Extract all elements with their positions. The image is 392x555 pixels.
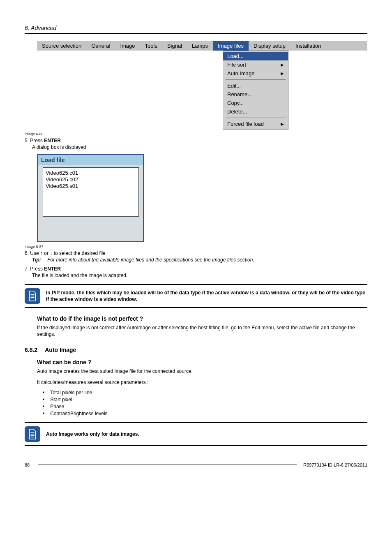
enter-key: ENTER [44, 138, 61, 143]
menu-item[interactable]: General [86, 41, 115, 51]
dropdown-item-label: Auto Image [227, 70, 255, 76]
canbe-p1: Auto Image creates the best suited image… [37, 368, 367, 375]
note-auto-image: Auto Image works only for data images. [25, 422, 367, 446]
chapter-heading: 6. Advanced [25, 25, 367, 34]
dropdown-item-label: Delete... [227, 109, 247, 115]
file-item[interactable]: Video625.c01 [46, 170, 136, 176]
footer-rule [38, 465, 297, 465]
step-5-text: 5. Press [25, 138, 44, 143]
page-footer: 88 R59770134 ID LR-6 27/05/2011 [25, 462, 367, 467]
dialog-list: Video625.c01Video625.c02Video625.s01 [43, 167, 139, 217]
dropdown-item[interactable]: Forced file load▶ [223, 120, 288, 128]
section-number: 6.8.2 [25, 347, 37, 353]
load-file-dialog: Load file Video625.c01Video625.c02Video6… [37, 154, 144, 242]
dropdown-item-label: Rename... [227, 91, 252, 97]
step-6: 6. Use ↑ or ↓ to select the desired file [25, 250, 367, 256]
dropdown-item[interactable]: Auto Image▶ [223, 69, 288, 78]
dropdown-item-label: Copy... [227, 100, 244, 106]
menu-item[interactable]: Signal [162, 41, 187, 51]
enter-key: ENTER [44, 266, 61, 272]
file-item[interactable]: Video625.s01 [46, 183, 136, 189]
menu-separator [226, 79, 286, 80]
note-icon [25, 288, 40, 304]
dropdown-item[interactable]: Rename... [223, 90, 288, 99]
note-pip: In PiP mode, the files which may be load… [25, 284, 367, 308]
menu-item[interactable]: Image files [213, 41, 249, 51]
dropdown-item-label: Edit... [227, 83, 241, 89]
dropdown-item-label: File sort [227, 62, 246, 68]
note-text: Auto Image works only for data images. [46, 431, 139, 437]
menu-item[interactable]: Installation [291, 41, 326, 51]
step-7-after: The file is loaded and the image is adap… [32, 273, 367, 278]
heading-what-can-be-done: What can be done ? [37, 359, 367, 365]
step-5: 5. Press ENTER [25, 138, 367, 143]
dropdown-item-label: Forced file load [227, 121, 264, 127]
figure-caption-dialog: Image 6-87 [25, 245, 367, 249]
menu-separator [226, 118, 286, 118]
menu-item[interactable]: Source selection [37, 41, 86, 51]
bullet-item: Start pixel [43, 397, 367, 402]
bullet-item: Contrast/Brightness levels [43, 411, 367, 416]
tip-label: Tip: [32, 257, 41, 263]
tip-text: For more info about the available image … [47, 257, 254, 263]
figure-caption-menu: Image 6-86 [25, 132, 367, 136]
menu-item[interactable]: Lamps [187, 41, 213, 51]
what-to-do-text: If the displayed image is not correct af… [37, 324, 367, 338]
section-heading: 6.8.2 Auto Image [25, 347, 367, 353]
heading-what-to-do: What to do if the image is not perfect ? [37, 315, 367, 322]
submenu-arrow-icon: ▶ [281, 71, 284, 76]
step-6-tip: Tip: For more info about the available i… [32, 257, 367, 263]
file-item[interactable]: Video625.c02 [46, 176, 136, 183]
step-5-sub: A dialog box is displayed [32, 144, 367, 150]
bullet-item: Phase [43, 404, 367, 409]
note-text: In PiP mode, the files which may be load… [46, 289, 367, 303]
dropdown-item-label: Load... [227, 53, 244, 59]
dialog-title: Load file [38, 155, 143, 165]
dropdown-item[interactable]: Load... [223, 52, 288, 60]
note-icon [25, 426, 40, 442]
dropdown-item[interactable]: Delete... [223, 107, 288, 116]
menu-item[interactable]: Image [115, 41, 140, 51]
dropdown-panel: Load...File sort▶Auto Image▶Edit...Renam… [223, 51, 288, 130]
menu-item[interactable]: Display setup [249, 41, 291, 51]
step-7-text: 7. Press [25, 266, 44, 272]
menu-item[interactable]: Tools [140, 41, 162, 51]
page-number: 88 [25, 462, 30, 467]
canbe-p2: It calculates/measures several source pa… [37, 379, 367, 386]
dropdown-item[interactable]: File sort▶ [223, 60, 288, 69]
doc-reference: R59770134 ID LR-6 27/05/2011 [303, 462, 367, 467]
section-title: Auto Image [45, 347, 76, 353]
step-7: 7. Press ENTER [25, 266, 367, 272]
submenu-arrow-icon: ▶ [281, 122, 284, 126]
submenu-arrow-icon: ▶ [281, 62, 284, 67]
menubar: Source selectionGeneralImageToolsSignalL… [37, 41, 367, 51]
bullet-item: Total pixels per line [43, 390, 367, 395]
dropdown-item[interactable]: Copy... [223, 99, 288, 107]
parameter-bullets: Total pixels per lineStart pixelPhaseCon… [43, 390, 367, 416]
dropdown-item[interactable]: Edit... [223, 81, 288, 90]
menu-figure: Source selectionGeneralImageToolsSignalL… [37, 41, 367, 130]
